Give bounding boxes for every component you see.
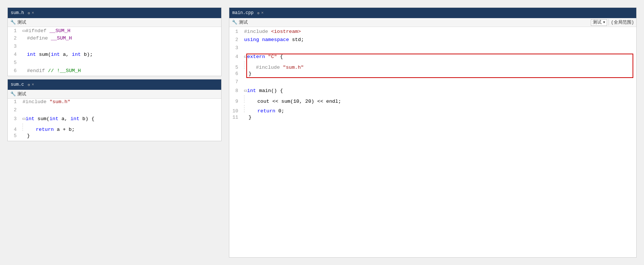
line-content: #endif // !__SUM_H (23, 68, 81, 74)
sum-c-titlebar: sum.c ⊕ × (8, 79, 221, 90)
sum-h-pin[interactable]: ⊕ (28, 11, 30, 16)
line-number: 3 (229, 45, 244, 51)
collapse-icon: ▭ (244, 87, 247, 94)
code-line: 3 (229, 45, 636, 53)
line-content: #define __SUM_H (23, 35, 72, 41)
main-cpp-toolbar-icon: 🔧 (232, 20, 237, 26)
line-content: using namespace std; (244, 37, 304, 43)
line-content: } (244, 71, 251, 77)
line-content: } (244, 115, 251, 120)
line-content: ▭extern "C" { (244, 53, 283, 60)
line-number: 2 (8, 107, 23, 113)
sum-c-toolbar: 🔧 测试 (8, 90, 221, 99)
toolbar-dropdown[interactable]: 测试 ▼ (591, 19, 607, 26)
sum-h-code: 1 ▭#ifndef __SUM_H 2 #define __SUM_H 3 4 (8, 27, 221, 76)
code-line: 11 } (229, 114, 636, 122)
sum-h-toolbar: 🔧 测试 (8, 18, 221, 27)
left-column: sum.h ⊕ × 🔧 测试 1 ▭#ifndef __SUM_H 2 #de (7, 7, 222, 258)
main-cpp-close[interactable]: × (261, 11, 264, 15)
line-number: 5 (8, 60, 23, 65)
line-content (23, 44, 25, 49)
code-line: 5 (8, 60, 221, 68)
code-line: 2 (8, 107, 221, 115)
toolbar-left: 🔧 测试 (232, 19, 248, 26)
code-line: 2 using namespace std; (229, 37, 636, 45)
line-content (23, 60, 25, 65)
dropdown-arrow-icon: ▼ (603, 21, 605, 24)
line-content: ▭int main() { (244, 87, 283, 94)
code-line: 7 (229, 79, 636, 87)
sum-c-controls: ⊕ × (28, 82, 34, 87)
line-number: 1 (8, 28, 23, 34)
line-number: 6 (229, 71, 244, 77)
code-line: 2 #define __SUM_H (8, 35, 221, 43)
code-line: 6 } (229, 71, 636, 79)
sum-c-close[interactable]: × (32, 82, 34, 87)
code-line: 1 #include "sum.h" (8, 99, 221, 107)
line-number: 9 (229, 99, 244, 104)
code-line: 4 ▭extern "C" { (229, 53, 636, 61)
main-cpp-titlebar: main.cpp ⊕ × (229, 8, 636, 18)
code-line: 5 } (8, 133, 221, 141)
extern-block: 4 ▭extern "C" { 5 #include "sum.h" 6 } (229, 53, 636, 79)
line-content: #include "sum.h" (23, 99, 71, 105)
code-line: 3 (8, 43, 221, 51)
line-content: #include "sum.h" (244, 61, 304, 70)
code-line: 10 return 0; (229, 105, 636, 114)
line-number: 4 (229, 54, 244, 60)
toolbar-right: 测试 ▼ (全局范围) (591, 19, 634, 26)
code-line: 6 #endif // !__SUM_H (8, 68, 221, 76)
line-content (244, 45, 247, 51)
sum-h-controls: ⊕ × (28, 11, 34, 16)
code-line: 4 return a + b; (8, 123, 221, 133)
main-cpp-toolbar: 🔧 测试 测试 ▼ (全局范围) (229, 18, 636, 27)
line-number: 2 (8, 35, 23, 41)
sum-h-titlebar: sum.h ⊕ × (8, 8, 221, 18)
line-number: 11 (229, 115, 244, 120)
line-content: return 0; (244, 105, 284, 114)
line-number: 1 (229, 29, 244, 34)
collapse-icon: ▭ (23, 115, 25, 122)
line-content (244, 79, 247, 85)
sum-c-toolbar-label: 测试 (17, 91, 26, 97)
main-cpp-window: main.cpp ⊕ × 🔧 测试 测试 ▼ (全局范围) 1 #include… (229, 7, 637, 258)
code-line: 1 #include <iostream> (229, 28, 636, 37)
collapse-icon: ▭ (23, 27, 25, 34)
line-content: cout << sum(10, 20) << endl; (244, 95, 341, 104)
sum-h-window: sum.h ⊕ × 🔧 测试 1 ▭#ifndef __SUM_H 2 #de (7, 7, 222, 76)
dropdown-label: 测试 (593, 19, 602, 26)
line-content: } (23, 133, 30, 139)
line-content: ▭int sum(int a, int b) { (23, 115, 95, 122)
sum-h-close[interactable]: × (32, 11, 34, 15)
sum-h-toolbar-label: 测试 (17, 19, 26, 26)
line-number: 10 (229, 108, 244, 114)
main-cpp-pin[interactable]: ⊕ (257, 11, 260, 16)
sum-c-title: sum.c (11, 82, 24, 87)
line-number: 2 (229, 37, 244, 43)
code-line: 4 int sum(int a, int b); (8, 51, 221, 60)
line-number: 1 (8, 99, 23, 105)
sum-c-pin[interactable]: ⊕ (28, 82, 30, 87)
line-number: 6 (8, 68, 23, 74)
main-cpp-title: main.cpp (232, 10, 254, 16)
sum-c-code: 1 #include "sum.h" 2 3 ▭int sum(int a, i… (8, 99, 221, 141)
toolbar-scope: (全局范围) (609, 19, 634, 26)
line-content: int sum(int a, int b); (23, 52, 93, 57)
sum-c-toolbar-icon: 🔧 (10, 91, 16, 97)
line-number: 7 (229, 79, 244, 85)
line-number: 8 (229, 88, 244, 94)
line-number: 5 (8, 133, 23, 139)
line-number: 4 (8, 127, 23, 132)
main-cpp-controls: ⊕ × (257, 11, 264, 16)
code-line: 9 cout << sum(10, 20) << endl; (229, 95, 636, 105)
line-number: 5 (229, 65, 244, 70)
line-content: return a + b; (23, 123, 75, 132)
line-number: 4 (8, 52, 23, 57)
code-line: 8 ▭int main() { (229, 87, 636, 95)
main-cpp-toolbar-label: 测试 (239, 19, 248, 26)
line-number: 3 (8, 116, 23, 122)
sum-c-window: sum.c ⊕ × 🔧 测试 1 #include "sum.h" 2 (7, 79, 222, 141)
line-content: #include <iostream> (244, 29, 301, 34)
line-content: ▭#ifndef __SUM_H (23, 27, 71, 34)
code-line: 3 ▭int sum(int a, int b) { (8, 115, 221, 123)
